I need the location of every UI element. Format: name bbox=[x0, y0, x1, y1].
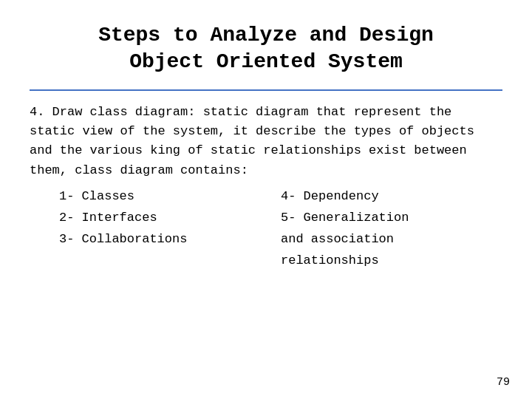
list-item-5: 5- Generalization bbox=[281, 208, 502, 229]
list-right-column: 4- Dependency 5- Generalization and asso… bbox=[281, 186, 502, 272]
list-item-1: 1- Classes bbox=[59, 186, 281, 208]
list-left-column: 1- Classes 2- Interfaces 3- Collaboratio… bbox=[59, 186, 281, 272]
main-paragraph: 4. Draw class diagram: static diagram th… bbox=[30, 103, 502, 180]
list-item-4: 4- Dependency bbox=[281, 186, 502, 208]
slide-title-line2: Object Oriented System bbox=[30, 49, 502, 75]
slide: Steps to Analyze and Design Object Orien… bbox=[0, 0, 532, 399]
list-container: 1- Classes 2- Interfaces 3- Collaboratio… bbox=[59, 186, 502, 272]
list-item-3: 3- Collaborations bbox=[59, 229, 281, 250]
list-item-7: relationships bbox=[281, 250, 502, 272]
list-item-2: 2- Interfaces bbox=[59, 208, 281, 229]
page-number: 79 bbox=[497, 376, 510, 389]
slide-title-line1: Steps to Analyze and Design bbox=[30, 22, 502, 49]
title-section: Steps to Analyze and Design Object Orien… bbox=[30, 22, 502, 76]
content-section: 4. Draw class diagram: static diagram th… bbox=[30, 103, 502, 384]
title-divider bbox=[30, 89, 502, 91]
list-item-6: and association bbox=[281, 229, 502, 250]
